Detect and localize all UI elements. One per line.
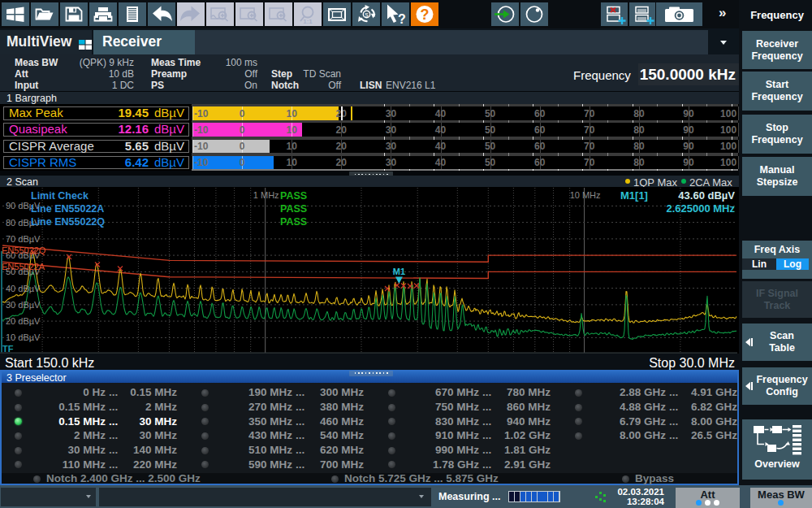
svg-text:s: s [365,11,369,19]
svg-text:?: ? [421,7,430,23]
svg-text:1 MHz: 1 MHz [253,190,279,200]
svg-text:Line EN55022A: Line EN55022A [31,203,104,215]
svg-text:30 dBµV: 30 dBµV [6,300,41,310]
svg-text:Limit Check: Limit Check [31,190,89,202]
svg-text:70 dBµV: 70 dBµV [6,234,41,244]
svg-text:EN55022Q: EN55022Q [2,245,46,255]
svg-text:10 dBµV: 10 dBµV [6,332,41,342]
svg-text:20 dBµV: 20 dBµV [6,316,41,326]
svg-text:2.625000 MHz: 2.625000 MHz [666,202,735,215]
svg-text:10 MHz: 10 MHz [570,190,601,200]
svg-text:40 dBµV: 40 dBµV [6,284,41,293]
svg-text:43.60 dBµV: 43.60 dBµV [678,189,735,202]
svg-text:EN55022A: EN55022A [2,262,45,271]
svg-text:Line EN55022Q: Line EN55022Q [31,216,105,228]
svg-text:M1[1]: M1[1] [620,189,648,202]
svg-text:TF: TF [2,344,14,354]
svg-text:PASS: PASS [280,203,307,215]
svg-text:PASS: PASS [280,216,307,228]
svg-text:M1: M1 [393,267,405,276]
svg-text:1:1: 1:1 [303,18,313,25]
svg-text:?: ? [398,12,406,26]
svg-text:PASS: PASS [280,190,307,202]
